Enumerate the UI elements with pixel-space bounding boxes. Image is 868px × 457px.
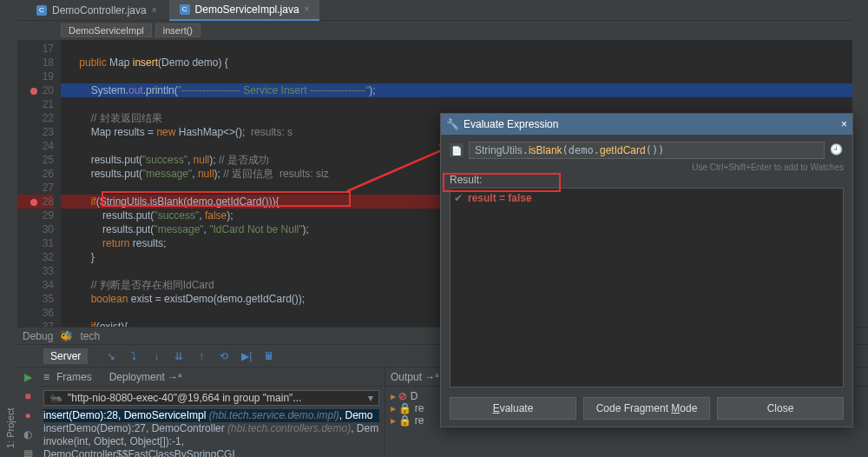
run-to-cursor-icon[interactable]: ▶| bbox=[239, 348, 254, 364]
annotation-box-2 bbox=[443, 173, 561, 192]
tab-demoserviceimpl[interactable]: C DemoServiceImpl.java × bbox=[169, 0, 320, 21]
file-icon: 📄 bbox=[450, 143, 464, 157]
thread-icon: 🐜 bbox=[49, 392, 62, 404]
gutter: 1718192021222324252627282930313233343536… bbox=[17, 40, 61, 327]
expression-input[interactable]: StringUtils.isBlank(demo.getIdCard()) bbox=[469, 142, 825, 159]
show-execution-icon[interactable]: ↘ bbox=[103, 348, 119, 364]
crumb-method[interactable]: insert() bbox=[155, 23, 201, 37]
run-config[interactable]: tech bbox=[80, 330, 100, 342]
step-over-icon[interactable]: ⤵ bbox=[126, 348, 141, 364]
call-stack[interactable]: insert(Demo):28, DemoServiceImpl (hbi.te… bbox=[38, 409, 385, 457]
stop-icon[interactable]: ■ bbox=[21, 390, 35, 402]
frames-tab[interactable]: Frames bbox=[56, 371, 92, 383]
breadcrumb: DemoServiceImpl insert() bbox=[0, 21, 868, 40]
evaluate-expression-dialog: 🔧 Evaluate Expression × 📄 StringUtils.is… bbox=[440, 113, 853, 427]
tab-label: DemoServiceImpl.java bbox=[195, 3, 299, 16]
breakpoints-icon[interactable]: ● bbox=[21, 409, 35, 421]
hint-text: Use Ctrl+Shift+Enter to add to Watches bbox=[450, 162, 844, 172]
drop-frame-icon[interactable]: ⟲ bbox=[216, 348, 232, 364]
close-button[interactable]: Close bbox=[717, 397, 844, 420]
right-tool-tabs bbox=[852, 0, 868, 327]
debug-label[interactable]: Debug bbox=[23, 330, 53, 342]
stack-frame[interactable]: insertDemo(Demo):27, DemoController (hbi… bbox=[43, 422, 379, 435]
dialog-title: Evaluate Expression bbox=[464, 118, 558, 130]
history-icon[interactable]: 🕘 bbox=[830, 143, 844, 157]
editor-tabs: C DemoController.java × C DemoServiceImp… bbox=[0, 0, 868, 21]
left-tool-tabs: 1: Project Z: Structure Web JRebel bbox=[0, 0, 17, 457]
mute-icon[interactable]: ◐ bbox=[21, 428, 35, 440]
resume-icon[interactable]: ▶ bbox=[21, 371, 35, 383]
thread-selector[interactable]: 🐜 "http-nio-8080-exec-40"@19,664 in grou… bbox=[43, 390, 379, 406]
stack-frame[interactable]: insert(Demo):28, DemoServiceImpl (hbi.te… bbox=[43, 409, 379, 422]
result-row[interactable]: ✔ result = false bbox=[454, 192, 839, 204]
close-icon[interactable]: × bbox=[152, 5, 157, 15]
layout-icon[interactable]: ▦ bbox=[21, 447, 35, 457]
annotation-box-1 bbox=[102, 191, 351, 207]
tab-democontroller[interactable]: C DemoController.java × bbox=[26, 0, 168, 21]
dialog-titlebar[interactable]: 🔧 Evaluate Expression × bbox=[441, 114, 852, 135]
step-into-icon[interactable]: ↓ bbox=[148, 348, 164, 364]
close-icon[interactable]: × bbox=[305, 4, 310, 14]
java-class-icon: C bbox=[36, 5, 47, 16]
close-icon[interactable]: × bbox=[841, 118, 847, 130]
dropdown-icon: ▾ bbox=[368, 392, 373, 404]
crumb-class[interactable]: DemoServiceImpl bbox=[61, 23, 152, 37]
sidetab-structure[interactable]: Z: Structure bbox=[0, 0, 3, 457]
output-tab[interactable]: Output →ᵃ bbox=[391, 371, 439, 383]
frames-panel: ≡ Frames Deployment →ᵃ 🐜 "http-nio-8080-… bbox=[38, 368, 385, 457]
evaluate-icon[interactable]: 🖩 bbox=[261, 348, 277, 364]
tab-server[interactable]: Server bbox=[43, 348, 88, 364]
dialog-icon: 🔧 bbox=[446, 118, 458, 130]
result-pane: ✔ result = false bbox=[450, 188, 844, 387]
check-icon: ✔ bbox=[454, 192, 463, 204]
tab-label: DemoController.java bbox=[52, 4, 147, 17]
force-step-into-icon[interactable]: ⇊ bbox=[171, 348, 187, 364]
step-out-icon[interactable]: ↑ bbox=[194, 348, 209, 364]
debug-side-icons: ▶ ■ ● ◐ ▦ bbox=[17, 368, 38, 457]
code-fragment-mode-button[interactable]: Code Fragment Mode bbox=[583, 397, 710, 420]
java-class-icon: C bbox=[180, 4, 190, 15]
evaluate-button[interactable]: Evaluate bbox=[450, 397, 576, 420]
deployment-tab[interactable]: Deployment →ᵃ bbox=[109, 371, 182, 383]
stack-frame[interactable]: invoke(int, Object, Object[]):-1, DemoCo… bbox=[43, 435, 379, 457]
bee-icon: 🐝 bbox=[60, 330, 73, 342]
sidetab-project[interactable]: 1: Project bbox=[3, 0, 17, 457]
step-icons: ↘ ⤵ ↓ ⇊ ↑ ⟲ ▶| 🖩 bbox=[103, 348, 277, 364]
